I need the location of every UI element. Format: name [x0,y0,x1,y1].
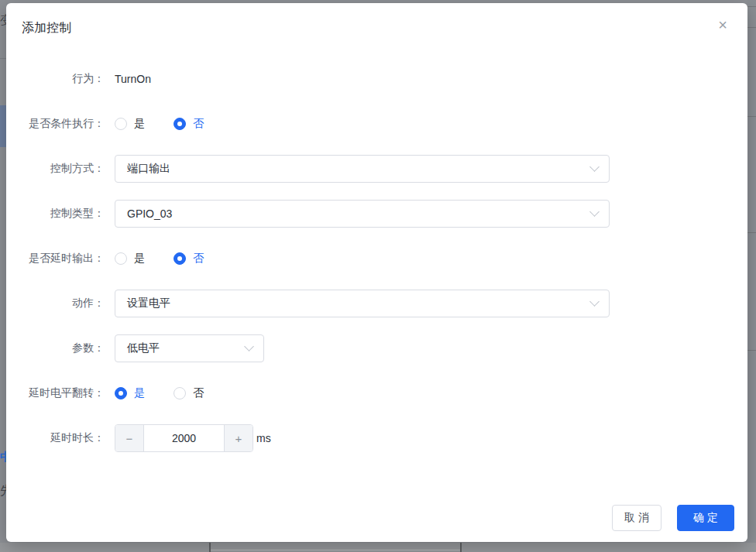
delay-duration-row: 延时时长： − + ms [15,424,747,452]
radio-yes-label: 是 [134,386,145,400]
delay-output-radio-group: 是 否 [115,252,232,266]
level-flip-radio-group: 是 否 [115,386,232,400]
bg-table-border [460,543,462,552]
radio-no-label: 否 [193,117,204,131]
conditional-exec-label: 是否条件执行： [15,117,105,131]
dialog-footer: 取 消 确 定 [612,505,734,531]
radio-yes[interactable]: 是 [115,386,145,400]
bg-divider [0,58,6,59]
action-row: 动作： 设置电平 [15,290,747,317]
radio-no[interactable]: 否 [174,117,204,131]
radio-yes[interactable]: 是 [115,252,145,266]
delay-output-label: 是否延时输出： [15,252,105,266]
param-label: 参数： [15,341,105,355]
add-control-form: 行为： TurnOn 是否条件执行： 是 否 控制方式： 端口输出 [6,65,747,452]
behavior-row: 行为： TurnOn [15,65,747,93]
delay-duration-stepper: − + [115,424,253,452]
add-control-dialog: 添加控制 × 行为： TurnOn 是否条件执行： 是 否 [6,3,747,542]
bg-highlighted-row [0,105,6,147]
control-type-label: 控制类型： [15,207,105,221]
duration-unit-label: ms [256,432,271,444]
conditional-exec-radio-group: 是 否 [115,117,232,131]
radio-no[interactable]: 否 [174,252,204,266]
radio-yes-label: 是 [134,117,145,131]
chevron-down-icon [591,163,599,171]
param-row: 参数： 低电平 [15,334,747,362]
control-type-row: 控制类型： GPIO_03 [15,200,747,228]
action-value: 设置电平 [127,297,170,310]
increase-button[interactable]: + [224,425,253,451]
delay-duration-input[interactable] [144,425,224,451]
radio-yes[interactable]: 是 [115,117,145,131]
bg-bottom-strip [0,543,756,552]
conditional-exec-row: 是否条件执行： 是 否 [15,110,747,138]
radio-circle-icon [115,118,127,130]
control-mode-row: 控制方式： 端口输出 [15,155,747,183]
chevron-down-icon [591,298,599,306]
radio-circle-icon [115,387,127,399]
param-select[interactable]: 低电平 [115,334,264,362]
action-select[interactable]: 设置电平 [115,290,610,317]
bg-table-border [209,543,211,552]
radio-yes-label: 是 [134,252,145,266]
bg-table-border [211,550,460,550]
radio-circle-icon [115,252,127,265]
action-label: 动作： [15,297,105,310]
control-type-select[interactable]: GPIO_03 [115,200,610,228]
control-mode-select[interactable]: 端口输出 [115,155,610,183]
cancel-button[interactable]: 取 消 [612,505,662,531]
close-icon[interactable]: × [713,15,732,34]
dialog-title: 添加控制 [22,19,726,37]
level-flip-label: 延时电平翻转： [15,386,105,400]
radio-no-label: 否 [193,386,204,400]
chevron-down-icon [591,208,599,216]
param-value: 低电平 [127,341,160,355]
radio-no-label: 否 [193,252,204,266]
decrease-button[interactable]: − [115,425,144,451]
control-mode-value: 端口输出 [127,162,170,176]
radio-circle-icon [174,118,186,130]
bg-right-strip [747,0,756,552]
level-flip-row: 延时电平翻转： 是 否 [15,379,747,407]
behavior-label: 行为： [15,72,105,86]
radio-no[interactable]: 否 [174,386,204,400]
dialog-header: 添加控制 × [6,3,747,37]
chevron-down-icon [246,343,253,351]
delay-output-row: 是否延时输出： 是 否 [15,245,747,273]
radio-circle-icon [174,252,186,265]
radio-circle-icon [174,387,186,399]
behavior-value: TurnOn [115,73,151,85]
delay-duration-label: 延时时长： [15,431,105,445]
control-type-value: GPIO_03 [127,207,172,220]
control-mode-label: 控制方式： [15,162,105,176]
confirm-button[interactable]: 确 定 [677,505,734,531]
